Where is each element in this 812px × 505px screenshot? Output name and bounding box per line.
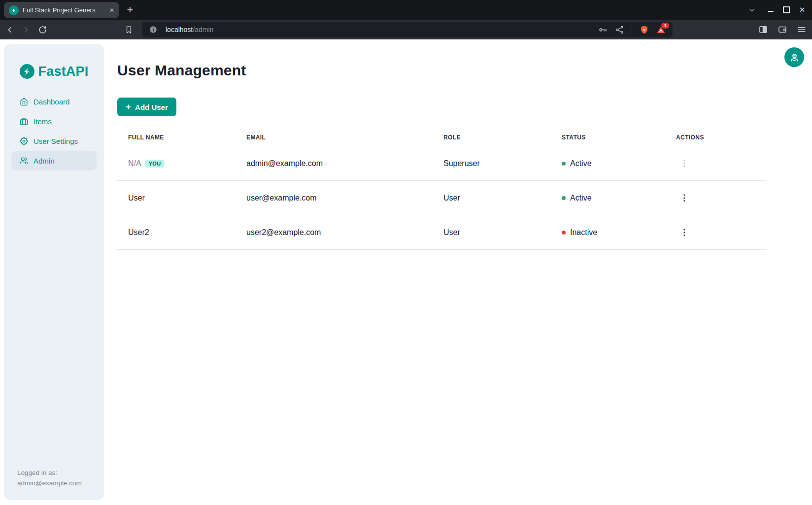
add-user-button[interactable]: + Add User	[117, 98, 176, 116]
sidebar-nav: Dashboard Items User Settings Admin	[4, 92, 104, 170]
sidebar-item-items[interactable]: Items	[11, 111, 97, 131]
menu-icon[interactable]	[795, 20, 808, 39]
browser-toolbar: localhost/admin	[0, 20, 812, 39]
tab-title: Full Stack Project Genera	[23, 6, 104, 14]
tab-strip: Full Stack Project Genera ✕ + ✕	[0, 0, 812, 20]
column-header-actions: ACTIONS	[664, 129, 767, 146]
key-icon[interactable]	[598, 25, 608, 34]
cell-role: Superuser	[432, 146, 550, 181]
wallet-icon[interactable]	[776, 20, 789, 39]
close-button[interactable]: ✕	[794, 0, 810, 20]
cell-status: Inactive	[570, 228, 597, 236]
status-dot	[562, 196, 566, 200]
page-content: FastAPI Dashboard Items User Settings	[0, 39, 812, 505]
add-user-label: Add User	[135, 103, 168, 111]
sidebar-item-dashboard[interactable]: Dashboard	[11, 92, 97, 111]
row-actions-menu[interactable]: ⋮	[676, 193, 692, 203]
status-dot	[562, 162, 566, 166]
cell-full-name: N/A	[128, 159, 141, 168]
table-row: User2 user2@example.com User Inactive ⋮	[116, 215, 767, 250]
logged-in-email: admin@example.com	[17, 478, 82, 488]
minimize-button[interactable]	[763, 0, 778, 20]
sidebar-item-label: Dashboard	[34, 98, 69, 106]
user-avatar-icon	[789, 52, 800, 63]
column-header-full-name: FULL NAME	[116, 129, 235, 146]
cell-status: Active	[570, 159, 592, 168]
forward-button[interactable]	[18, 20, 34, 39]
sidebar-footer: Logged in as: admin@example.com	[17, 468, 82, 488]
briefcase-icon	[20, 117, 28, 126]
sidebar: FastAPI Dashboard Items User Settings	[4, 44, 104, 500]
cell-role: User	[432, 215, 550, 250]
logged-in-label: Logged in as:	[17, 468, 82, 478]
cell-status: Active	[570, 194, 592, 202]
table-header-row: FULL NAME EMAIL ROLE STATUS ACTIONS	[116, 129, 767, 146]
column-header-role: ROLE	[432, 129, 550, 146]
browser-window: Full Stack Project Genera ✕ + ✕	[0, 0, 812, 505]
window-controls: ✕	[744, 0, 812, 20]
fastapi-favicon-icon	[9, 5, 19, 15]
cell-email: user@example.com	[235, 181, 432, 215]
tab-close-icon[interactable]: ✕	[108, 6, 115, 14]
rewards-badge: 1	[661, 22, 670, 29]
logo-text: FastAPI	[38, 64, 89, 79]
page-title: User Management	[117, 61, 246, 80]
address-bar[interactable]: localhost/admin	[142, 22, 673, 37]
cell-email: user2@example.com	[235, 215, 432, 250]
status-dot	[562, 231, 566, 235]
url-path: /admin	[193, 26, 213, 34]
sidebar-toggle-icon[interactable]	[757, 20, 770, 39]
users-table: FULL NAME EMAIL ROLE STATUS ACTIONS N/AY…	[116, 129, 767, 250]
bookmark-icon[interactable]	[121, 20, 136, 39]
sidebar-item-user-settings[interactable]: User Settings	[11, 131, 97, 151]
brave-rewards-icon[interactable]: 1	[656, 25, 666, 34]
fastapi-logo-icon	[20, 64, 34, 79]
sidebar-item-label: Items	[34, 117, 52, 126]
back-button[interactable]	[2, 20, 18, 39]
cell-full-name: User2	[128, 228, 149, 236]
new-tab-button[interactable]: +	[123, 3, 137, 17]
maximize-button[interactable]	[778, 0, 794, 20]
url-host: localhost	[166, 26, 193, 34]
tab-search-chevron-icon[interactable]	[744, 0, 760, 20]
brave-shield-icon[interactable]	[640, 25, 649, 34]
column-header-status: STATUS	[550, 129, 664, 146]
home-icon	[20, 98, 28, 106]
fastapi-logo: FastAPI	[4, 63, 104, 80]
share-icon[interactable]	[615, 25, 624, 34]
cell-email: admin@example.com	[235, 146, 432, 181]
gear-icon	[20, 137, 28, 145]
column-header-email: EMAIL	[235, 129, 432, 146]
table-row: N/AYOU admin@example.com Superuser Activ…	[116, 146, 767, 181]
sidebar-item-label: Admin	[34, 157, 55, 165]
browser-tab[interactable]: Full Stack Project Genera ✕	[4, 2, 119, 18]
divider	[632, 25, 632, 34]
table-row: User user@example.com User Active ⋮	[116, 181, 767, 215]
cell-full-name: User	[128, 194, 145, 202]
row-actions-menu[interactable]: ⋮	[676, 158, 692, 168]
you-badge: YOU	[145, 160, 165, 168]
cell-role: User	[432, 181, 550, 215]
url-text: localhost/admin	[166, 26, 213, 34]
site-info-icon[interactable]	[149, 25, 158, 34]
row-actions-menu[interactable]: ⋮	[676, 227, 692, 237]
reload-button[interactable]	[34, 20, 50, 39]
sidebar-item-admin[interactable]: Admin	[11, 151, 97, 170]
users-icon	[20, 157, 28, 165]
sidebar-item-label: User Settings	[34, 137, 78, 145]
plus-icon: +	[126, 102, 131, 111]
user-menu-button[interactable]	[784, 47, 804, 67]
